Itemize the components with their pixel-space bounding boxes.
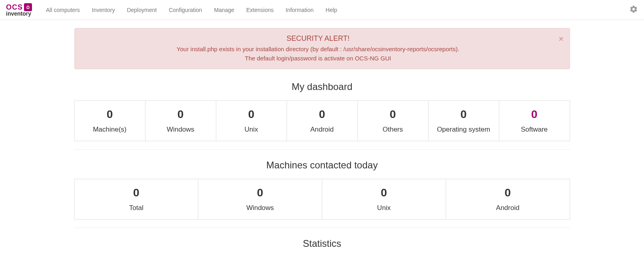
stat-value: 0: [291, 108, 353, 121]
stat-value: 0: [220, 108, 283, 121]
logo[interactable]: OCS inventory: [6, 3, 32, 16]
stat-total[interactable]: 0 Total: [75, 179, 199, 219]
stat-value: 0: [450, 186, 566, 199]
close-icon[interactable]: ×: [559, 34, 564, 44]
contacted-stats-row: 0 Total 0 Windows 0 Unix 0 Android: [74, 179, 570, 220]
stat-value: 0: [362, 108, 424, 121]
statistics-title: Statistics: [74, 238, 570, 249]
stat-label: Others: [362, 126, 424, 134]
stat-label: Unix: [326, 204, 442, 212]
stat-android[interactable]: 0 Android: [287, 101, 358, 141]
stat-contacted-windows[interactable]: 0 Windows: [198, 179, 322, 219]
stat-software[interactable]: 0 Software: [499, 101, 570, 141]
stat-others[interactable]: 0 Others: [358, 101, 429, 141]
security-alert: × SECURITY ALERT! Your install.php exist…: [74, 28, 570, 69]
stat-label: Android: [291, 126, 353, 134]
nav-information[interactable]: Information: [285, 0, 313, 20]
stat-label: Operating system: [433, 126, 495, 134]
nav-menu: All computers Inventory Deployment Confi…: [40, 0, 343, 20]
stat-value: 0: [202, 186, 318, 199]
stat-label: Windows: [202, 204, 318, 212]
stat-label: Windows: [150, 126, 212, 134]
logo-bottom-text: inventory: [6, 11, 32, 16]
stat-label: Unix: [220, 126, 283, 134]
nav-deployment[interactable]: Deployment: [127, 0, 157, 20]
stat-contacted-android[interactable]: 0 Android: [446, 179, 570, 219]
divider: [74, 149, 570, 150]
contacted-title: Machines contacted today: [74, 160, 570, 171]
gear-icon[interactable]: [629, 8, 638, 15]
house-up-icon: [24, 3, 32, 11]
divider: [74, 228, 570, 228]
stat-label: Software: [503, 126, 566, 134]
alert-line-1: Your install.php exists in your installa…: [81, 45, 556, 54]
nav-extensions[interactable]: Extensions: [246, 0, 273, 20]
stat-unix[interactable]: 0 Unix: [216, 101, 287, 141]
stat-contacted-unix[interactable]: 0 Unix: [322, 179, 446, 219]
stat-label: Machine(s): [79, 126, 141, 134]
stat-value: 0: [79, 186, 194, 199]
dashboard-stats-row: 0 Machine(s) 0 Windows 0 Unix 0 Android …: [74, 100, 570, 141]
nav-help[interactable]: Help: [326, 0, 337, 20]
stat-value: 0: [503, 108, 566, 121]
stat-value: 0: [79, 108, 141, 121]
stat-label: Android: [450, 204, 566, 212]
stat-value: 0: [326, 186, 442, 199]
nav-configuration[interactable]: Configuration: [169, 0, 202, 20]
nav-inventory[interactable]: Inventory: [92, 0, 115, 20]
alert-title: SECURITY ALERT!: [81, 34, 556, 43]
stat-label: Total: [79, 204, 194, 212]
nav-manage[interactable]: Manage: [214, 0, 234, 20]
stat-windows[interactable]: 0 Windows: [146, 101, 216, 141]
top-navbar: OCS inventory All computers Inventory De…: [0, 0, 644, 20]
stat-machines[interactable]: 0 Machine(s): [75, 101, 146, 141]
stat-value: 0: [150, 108, 212, 121]
logo-top-text: OCS: [6, 4, 23, 10]
stat-value: 0: [433, 108, 495, 121]
alert-line-2: The default login/password is activate o…: [81, 54, 556, 63]
stat-os[interactable]: 0 Operating system: [429, 101, 499, 141]
dashboard-title: My dashboard: [74, 81, 570, 92]
nav-all-computers[interactable]: All computers: [46, 0, 80, 20]
